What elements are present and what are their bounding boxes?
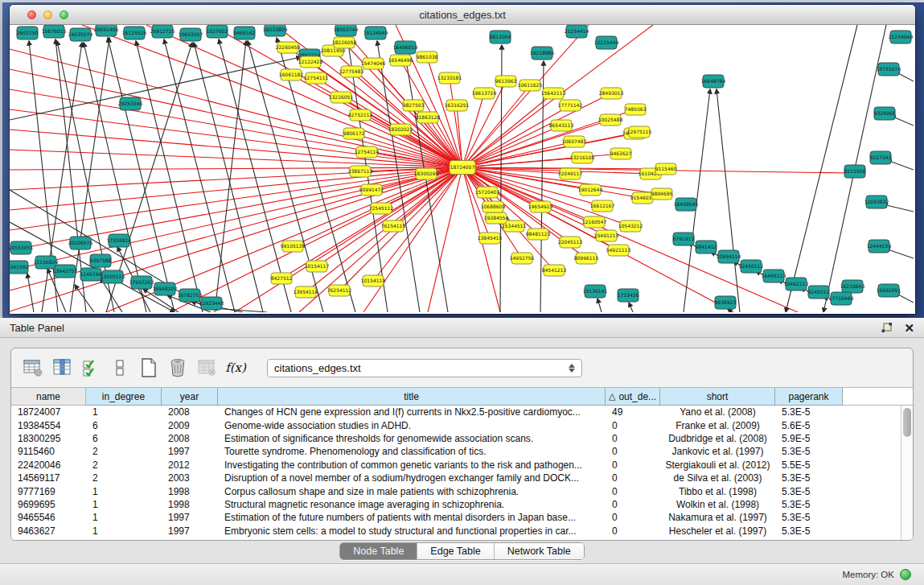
graph-node-yellow[interactable]: 10611625: [518, 80, 543, 91]
graph-node-yellow[interactable]: 9861038: [417, 51, 438, 63]
graph-node-teal[interactable]: 18563744: [334, 25, 359, 36]
table-row[interactable]: 946362711997Embryonic stem cells: a mode…: [11, 525, 913, 538]
cell-name[interactable]: 9115460: [11, 445, 86, 458]
graph-node-teal[interactable]: 12093832: [864, 196, 889, 208]
cell-short[interactable]: Franke et al. (2009): [660, 418, 775, 431]
graph-node-yellow[interactable]: 12122428: [298, 56, 323, 68]
cell-title[interactable]: Corpus callosum shape and size in male p…: [218, 484, 606, 497]
scrollbar-thumb[interactable]: [903, 408, 911, 437]
graph-node-yellow[interactable]: 17771142: [558, 100, 583, 111]
cell-pagerank[interactable]: 5.9E-5: [775, 432, 843, 445]
new-file-icon[interactable]: [137, 356, 161, 380]
cell-name[interactable]: 9465546: [11, 511, 86, 524]
graph-node-yellow[interactable]: 13845415: [478, 233, 503, 244]
graph-node-teal[interactable]: 20206576: [68, 237, 93, 249]
import-table-icon[interactable]: [195, 356, 219, 380]
graph-node-yellow[interactable]: 54921113: [606, 245, 631, 256]
graph-node-yellow[interactable]: 76254112: [327, 285, 352, 296]
cell-short[interactable]: Stergiakouli et al. (2012): [660, 459, 775, 472]
graph-node-yellow[interactable]: 99105135: [281, 241, 306, 252]
network-canvas[interactable]: 2603150158760152403557420691406161255262…: [10, 25, 914, 312]
graph-node-yellow[interactable]: 9827503: [403, 100, 425, 111]
graph-node-yellow[interactable]: 13226051: [329, 92, 354, 103]
cell-out_degree[interactable]: 0: [606, 445, 660, 458]
select-all-icon[interactable]: [79, 356, 103, 380]
function-builder-icon[interactable]: f(x): [224, 356, 248, 380]
cell-name[interactable]: 18300295: [11, 432, 86, 445]
cell-name[interactable]: 19384554: [11, 418, 86, 431]
cell-title[interactable]: Changes of HCN gene expression and I(f) …: [218, 406, 606, 418]
graph-node-yellow[interactable]: 16612167: [590, 200, 615, 212]
cell-pagerank[interactable]: 5.3E-5: [775, 445, 843, 458]
graph-node-teal[interactable]: 9391591: [10, 261, 29, 274]
cell-short[interactable]: Jankovic et al. (1997): [660, 445, 775, 458]
graph-node-teal[interactable]: 16033809: [263, 25, 288, 36]
graph-node-yellow[interactable]: 15720407: [475, 187, 500, 198]
graph-node-teal[interactable]: 25053346: [118, 97, 143, 110]
graph-node-teal[interactable]: 15124549: [363, 27, 388, 39]
graph-node-teal[interactable]: 21254414: [565, 25, 589, 38]
graph-node-teal[interactable]: 1733426: [618, 289, 639, 302]
graph-node-teal[interactable]: 13505115: [101, 270, 125, 283]
graph-node-teal[interactable]: 15876015: [42, 25, 67, 38]
graph-node-yellow[interactable]: 9806172: [343, 128, 365, 139]
graph-node-teal[interactable]: 17957253: [129, 276, 154, 289]
column-header-pagerank[interactable]: pagerank: [775, 388, 843, 406]
graph-node-yellow[interactable]: 18300295: [414, 168, 439, 179]
cell-short[interactable]: Tibbo et al. (1998): [660, 484, 775, 497]
close-window-icon[interactable]: [27, 10, 36, 19]
graph-node-yellow[interactable]: 10025488: [598, 114, 623, 126]
graph-node-teal[interactable]: 8813054: [490, 31, 511, 43]
table-row[interactable]: 1830029562008Estimation of significance …: [11, 432, 913, 445]
graph-node-yellow[interactable]: 90991472: [359, 184, 384, 196]
column-header-year[interactable]: year: [162, 388, 218, 406]
cell-out_degree[interactable]: 49: [606, 406, 660, 418]
graph-node-yellow[interactable]: 19384554: [484, 212, 509, 224]
table-settings-icon[interactable]: [21, 356, 45, 380]
cell-short[interactable]: Yano et al. (2008): [660, 406, 775, 418]
graph-node-teal[interactable]: 25912725: [150, 25, 175, 38]
graph-node-teal[interactable]: 10954114: [717, 250, 741, 263]
graph-node-yellow[interactable]: 81863128: [416, 112, 441, 123]
cell-out_degree[interactable]: 0: [606, 472, 660, 484]
cell-out_degree[interactable]: 0: [606, 511, 660, 524]
graph-node-yellow[interactable]: 10688609: [481, 201, 506, 212]
graph-node-yellow[interactable]: 15491213: [594, 230, 619, 241]
graph-node-teal[interactable]: 92450112: [739, 260, 764, 273]
cell-year[interactable]: 1997: [162, 445, 218, 458]
graph-node-teal[interactable]: 9245012: [808, 286, 830, 299]
delete-icon[interactable]: [166, 356, 190, 380]
tab-edge-table[interactable]: Edge Table: [417, 543, 494, 559]
graph-node-yellow[interactable]: 15474046: [361, 58, 386, 69]
graph-node-yellow[interactable]: 13233181: [437, 72, 462, 84]
cell-year[interactable]: 2008: [162, 432, 218, 445]
cell-pagerank[interactable]: 5.5E-5: [775, 459, 843, 472]
graph-node-teal[interactable]: 24035574: [68, 28, 93, 41]
cell-short[interactable]: Dudbridge et al. (2008): [660, 432, 775, 445]
cell-pagerank[interactable]: 5.3E-5: [775, 484, 843, 497]
cell-pagerank[interactable]: 5.3E-5: [775, 406, 843, 418]
cell-title[interactable]: Disruption of a novel member of a sodium…: [218, 472, 606, 484]
graph-node-teal[interactable]: 20553051: [10, 241, 33, 254]
minimize-window-icon[interactable]: [43, 10, 52, 19]
cell-pagerank[interactable]: 5.6E-5: [775, 418, 843, 431]
cell-title[interactable]: Embryonic stem cells: a model to study s…: [218, 525, 606, 538]
graph-node-teal[interactable]: 17710449: [829, 292, 854, 305]
graph-node-yellow[interactable]: 10543212: [618, 220, 643, 232]
cell-name[interactable]: 9777169: [11, 484, 86, 497]
tab-node-table[interactable]: Node Table: [340, 543, 417, 559]
graph-node-yellow[interactable]: 72545112: [369, 203, 394, 214]
unselect-all-icon[interactable]: [108, 356, 132, 380]
graph-node-yellow[interactable]: 23867113: [348, 166, 373, 177]
graph-node-yellow[interactable]: 12775483: [339, 66, 364, 77]
zoom-window-icon[interactable]: [60, 10, 68, 19]
cell-title[interactable]: Tourette syndrome. Phenomenology and cla…: [218, 445, 606, 458]
graph-node-yellow[interactable]: 19654923: [528, 201, 553, 212]
graph-node-yellow[interactable]: 84541213: [542, 265, 567, 276]
select-columns-icon[interactable]: [50, 356, 74, 380]
graph-node-teal[interactable]: 9227343: [870, 151, 892, 164]
cell-title[interactable]: Structural magnetic resonance image aver…: [218, 498, 606, 511]
cell-in_degree[interactable]: 1: [86, 484, 162, 497]
table-row[interactable]: 1938455462009Genome-wide association stu…: [11, 418, 913, 431]
cell-in_degree[interactable]: 1: [86, 525, 162, 538]
